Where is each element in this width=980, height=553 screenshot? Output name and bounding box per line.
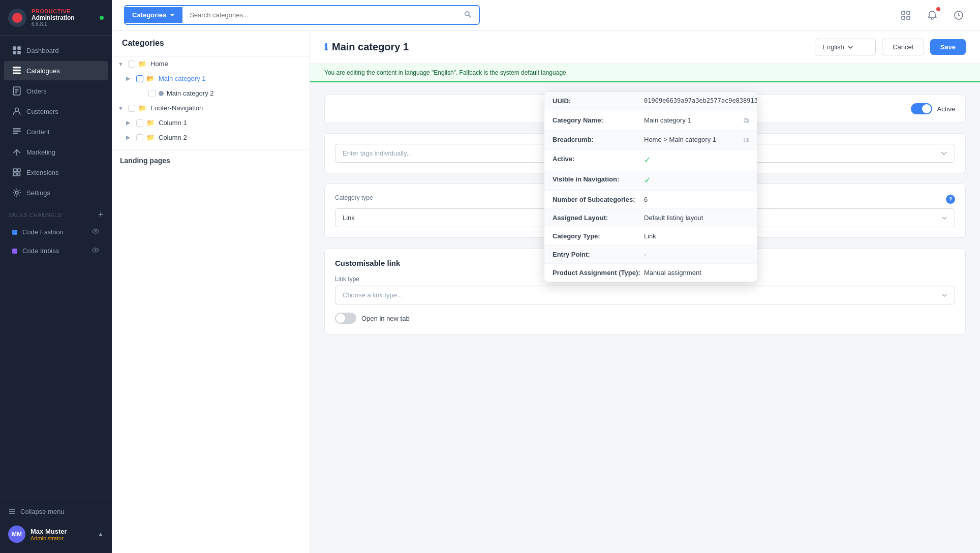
svg-point-19 <box>17 173 20 176</box>
link-type-select[interactable]: Choose a link type... <box>335 286 955 304</box>
copy-icon[interactable]: ⧉ <box>744 116 749 125</box>
sidebar-item-code-imbiss[interactable]: Code Imbiss <box>4 242 108 260</box>
tree-item-home[interactable]: ▼ 📁 Home <box>112 56 310 71</box>
grid-icon-button[interactable] <box>897 6 915 24</box>
svg-point-11 <box>15 108 19 111</box>
tree-item-main-cat-2[interactable]: Main category 2 <box>112 86 310 101</box>
search-button[interactable] <box>456 6 479 24</box>
active-toggle-row: Active <box>911 103 955 114</box>
tree-checkbox[interactable] <box>128 60 135 68</box>
check-icon: ✓ <box>644 175 651 185</box>
bell-icon <box>927 10 937 20</box>
header-actions: English Cancel Save <box>815 39 966 55</box>
svg-rect-18 <box>13 173 16 176</box>
status-indicator <box>100 16 104 20</box>
info-icon[interactable]: ℹ <box>324 42 328 53</box>
notification-badge <box>936 7 940 11</box>
help-icon[interactable]: ? <box>946 195 955 204</box>
sidebar-item-dashboard[interactable]: Dashboard <box>4 41 108 60</box>
user-info: MM Max Muster Administrator ▲ <box>8 521 104 547</box>
tree-label: Home <box>150 60 168 68</box>
tree-checkbox[interactable] <box>128 105 135 112</box>
svg-rect-30 <box>907 16 910 19</box>
sidebar-item-code-fashion[interactable]: Code Fashion <box>4 223 108 241</box>
chevron-up-icon: ▲ <box>98 531 104 538</box>
copy-icon[interactable]: ⧉ <box>744 136 749 144</box>
tooltip-row-category-type: Category Type: Link <box>544 227 757 245</box>
tree-checkbox[interactable] <box>148 90 156 97</box>
svg-point-22 <box>95 231 97 232</box>
catalogue-icon <box>12 66 21 75</box>
svg-rect-16 <box>13 169 16 172</box>
sidebar-item-marketing[interactable]: Marketing <box>4 142 108 162</box>
channel-icon <box>12 230 17 235</box>
tree-label: Column 1 <box>159 119 187 127</box>
svg-rect-17 <box>17 169 20 172</box>
svg-rect-3 <box>17 51 21 54</box>
tree-item-main-cat-1[interactable]: ▶ 📂 Main category 1 <box>112 71 310 86</box>
sidebar-item-catalogues[interactable]: Catalogues <box>4 61 108 80</box>
tree-checkbox[interactable] <box>136 119 143 127</box>
chevron-down-icon: ▼ <box>118 105 125 111</box>
svg-rect-0 <box>13 46 16 50</box>
sales-channels-section: Sales Channels + <box>0 203 112 222</box>
svg-rect-27 <box>902 11 905 14</box>
open-new-tab-toggle[interactable] <box>335 313 356 324</box>
collapse-icon <box>8 507 16 515</box>
chevron-right-icon: ▶ <box>126 75 133 82</box>
clock-icon <box>954 10 964 20</box>
tree-item-column-1[interactable]: ▶ 📁 Column 1 <box>112 115 310 130</box>
open-new-tab-label: Open in new tab <box>361 315 410 322</box>
chevron-right-icon: ▶ <box>126 134 133 141</box>
svg-rect-29 <box>902 16 905 19</box>
search-category-dropdown[interactable]: Categories <box>125 7 182 23</box>
svg-rect-1 <box>17 46 21 50</box>
save-button[interactable]: Save <box>930 39 966 55</box>
toggle-knob <box>922 104 931 113</box>
sidebar-item-label: Marketing <box>26 148 55 156</box>
sidebar-item-label: Catalogues <box>26 67 60 75</box>
content-icon <box>12 127 21 136</box>
sidebar-item-label: Content <box>26 128 50 136</box>
search-input[interactable] <box>182 7 456 23</box>
app-subtitle: Administration <box>32 14 75 21</box>
sidebar-item-extensions[interactable]: Extensions <box>4 163 108 182</box>
chevron-down-icon <box>940 150 947 157</box>
dot-icon <box>159 91 164 96</box>
cancel-button[interactable]: Cancel <box>882 39 924 55</box>
folder-icon: 📁 <box>146 134 155 141</box>
search-icon <box>464 10 472 18</box>
sidebar-item-content[interactable]: Content <box>4 122 108 141</box>
svg-point-20 <box>15 191 18 194</box>
tree-item-column-2[interactable]: ▶ 📁 Column 2 <box>112 130 310 145</box>
tree-item-footer-nav[interactable]: ▼ 📁 Footer-Navigation <box>112 101 310 115</box>
chevron-down-icon <box>941 292 947 298</box>
svg-rect-12 <box>13 128 21 129</box>
chevron-down-icon: ▼ <box>118 61 125 67</box>
sidebar-item-customers[interactable]: Customers <box>4 102 108 121</box>
notifications-button[interactable] <box>923 6 941 24</box>
eye-icon[interactable] <box>91 227 100 237</box>
chevron-down-icon <box>847 44 853 50</box>
sidebar-item-settings[interactable]: Settings <box>4 183 108 202</box>
tree-checkbox[interactable] <box>136 134 143 141</box>
main-area: Categories Categories <box>112 0 980 553</box>
collapse-menu-button[interactable]: Collapse menu <box>8 504 104 518</box>
svg-rect-14 <box>13 133 18 134</box>
sidebar-item-orders[interactable]: Orders <box>4 81 108 101</box>
tree-label: Footer-Navigation <box>150 104 203 112</box>
tooltip-row-subcategories: Number of Subcategories: 6 <box>544 191 757 209</box>
clock-button[interactable] <box>950 6 968 24</box>
landing-pages-title: Landing pages <box>112 149 310 169</box>
active-toggle[interactable] <box>911 103 932 114</box>
tree-label: Main category 1 <box>159 75 206 82</box>
language-selector[interactable]: English <box>815 39 876 55</box>
svg-point-25 <box>465 12 469 16</box>
tree-checkbox[interactable] <box>136 75 143 82</box>
tree-label: Column 2 <box>159 134 187 141</box>
dashboard-icon <box>12 46 21 55</box>
right-detail-panel: ℹ Main category 1 English Cancel Save Yo… <box>310 30 980 553</box>
eye-icon[interactable] <box>91 246 100 256</box>
add-sales-channel-icon[interactable]: + <box>98 209 104 220</box>
logo-icon <box>8 9 26 27</box>
